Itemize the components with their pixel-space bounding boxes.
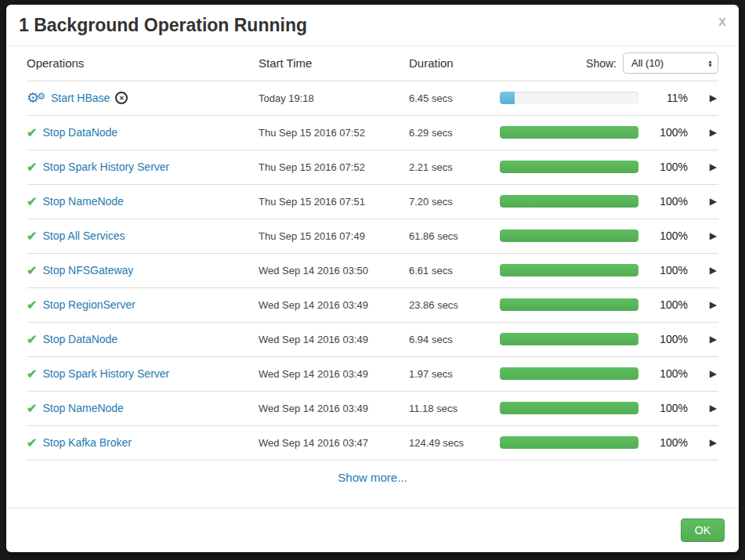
duration: 1.97 secs	[409, 368, 500, 380]
progress-cell	[500, 333, 647, 345]
expand-caret-icon[interactable]: ▶	[708, 365, 718, 382]
column-header-duration: Duration	[409, 56, 500, 70]
start-time: Thu Sep 15 2016 07:51	[259, 196, 409, 208]
expand-caret-icon[interactable]: ▶	[708, 227, 718, 244]
operation-link[interactable]: Stop All Services	[42, 229, 125, 242]
ok-button[interactable]: OK	[681, 518, 725, 542]
operation-link[interactable]: Stop RegionServer	[42, 298, 135, 311]
progress-percent: 11%	[647, 92, 691, 104]
operation-link[interactable]: Stop Kafka Broker	[42, 436, 132, 449]
expand-caret-icon[interactable]: ▶	[708, 262, 718, 279]
expand-caret-icon[interactable]: ▶	[708, 399, 718, 417]
table-row: Start HBase Today 19:18 6.45 secs 11% ▶	[27, 81, 718, 115]
progress-percent: 100%	[647, 195, 691, 208]
expand-caret-icon[interactable]: ▶	[708, 124, 718, 141]
caret-cell: ▶	[691, 434, 718, 451]
operation-link[interactable]: Stop DataNode	[42, 126, 118, 139]
progress-percent: 100%	[647, 333, 691, 345]
operations-list: Start HBase Today 19:18 6.45 secs 11% ▶ …	[27, 81, 718, 460]
caret-cell: ▶	[691, 331, 718, 348]
table-row: Stop DataNode Thu Sep 15 2016 07:52 6.29…	[27, 115, 718, 150]
operation-cell: Stop NameNode	[27, 194, 259, 209]
check-icon	[27, 298, 37, 313]
table-row: Stop NFSGateway Wed Sep 14 2016 03:50 6.…	[27, 253, 718, 287]
expand-caret-icon[interactable]: ▶	[708, 434, 718, 451]
show-more-link[interactable]: Show more...	[338, 471, 407, 484]
progress-cell	[500, 298, 647, 311]
caret-cell: ▶	[691, 296, 718, 313]
progress-cell	[500, 229, 647, 242]
duration: 6.94 secs	[409, 334, 500, 345]
progress-bar	[500, 161, 638, 173]
start-time: Thu Sep 15 2016 07:52	[259, 161, 409, 173]
progress-bar	[500, 264, 638, 276]
progress-bar	[500, 126, 638, 139]
check-icon	[27, 263, 37, 278]
progress-bar	[500, 298, 638, 311]
duration: 11.18 secs	[409, 403, 500, 414]
show-more-row: Show more...	[27, 460, 718, 496]
progress-percent: 100%	[647, 367, 691, 380]
operation-cell: Stop DataNode	[27, 332, 259, 347]
duration: 6.45 secs	[409, 92, 500, 104]
duration: 2.21 secs	[409, 161, 500, 173]
progress-percent: 100%	[647, 126, 691, 139]
start-time: Wed Sep 14 2016 03:49	[259, 403, 409, 414]
close-icon[interactable]: x	[718, 14, 726, 28]
progress-cell	[500, 264, 647, 276]
expand-caret-icon[interactable]: ▶	[708, 296, 718, 313]
start-time: Thu Sep 15 2016 07:49	[259, 230, 409, 242]
caret-cell: ▶	[691, 227, 718, 244]
table-row: Stop Kafka Broker Wed Sep 14 2016 03:47 …	[27, 425, 718, 460]
show-filter-selected-value: All (10)	[631, 57, 664, 69]
table-row: Stop Spark History Server Wed Sep 14 201…	[27, 356, 718, 391]
operation-link[interactable]: Stop Spark History Server	[42, 367, 169, 380]
operation-link[interactable]: Stop DataNode	[42, 333, 118, 345]
operation-link[interactable]: Stop NameNode	[42, 402, 124, 414]
show-filter-area: Show: All (10) ▲▼	[500, 52, 718, 74]
modal-footer: OK	[6, 508, 739, 552]
table-row: Stop Spark History Server Thu Sep 15 201…	[27, 150, 718, 184]
progress-bar	[500, 367, 638, 380]
operations-table: Operations Start Time Duration Show: All…	[6, 46, 739, 496]
progress-cell	[500, 436, 647, 449]
expand-caret-icon[interactable]: ▶	[708, 193, 718, 210]
progress-bar	[500, 92, 638, 104]
modal-header: 1 Background Operation Running x	[6, 5, 739, 46]
start-time: Wed Sep 14 2016 03:49	[259, 368, 409, 380]
caret-cell: ▶	[691, 365, 718, 382]
operation-link[interactable]: Start HBase	[51, 92, 110, 104]
progress-bar	[500, 195, 638, 208]
progress-bar	[500, 402, 638, 414]
operation-cell: Stop RegionServer	[27, 298, 259, 313]
operation-link[interactable]: Stop NFSGateway	[42, 264, 133, 276]
start-time: Wed Sep 14 2016 03:49	[259, 334, 409, 345]
abort-operation-icon[interactable]	[115, 92, 128, 104]
show-filter-select[interactable]: All (10) ▲▼	[623, 52, 718, 74]
operation-link[interactable]: Stop NameNode	[42, 195, 124, 208]
check-icon	[27, 401, 37, 416]
progress-cell	[500, 402, 647, 414]
progress-cell	[500, 195, 647, 208]
background-operations-modal: 1 Background Operation Running x Operati…	[6, 5, 739, 552]
check-icon	[27, 435, 37, 450]
column-header-start-time: Start Time	[259, 56, 409, 70]
progress-percent: 100%	[647, 229, 691, 242]
operation-link[interactable]: Stop Spark History Server	[42, 161, 169, 173]
progress-bar	[500, 229, 638, 242]
progress-bar	[500, 333, 638, 345]
operation-cell: Stop NFSGateway	[27, 263, 259, 278]
operation-cell: Stop Spark History Server	[27, 160, 259, 175]
operation-cell: Stop NameNode	[27, 401, 259, 416]
progress-percent: 100%	[647, 402, 691, 414]
column-header-operations: Operations	[27, 56, 259, 70]
expand-caret-icon[interactable]: ▶	[708, 331, 718, 348]
select-arrows-icon: ▲▼	[707, 60, 713, 67]
progress-cell	[500, 161, 647, 173]
expand-caret-icon[interactable]: ▶	[708, 89, 718, 107]
caret-cell: ▶	[691, 193, 718, 210]
check-icon	[27, 194, 37, 209]
operation-cell: Stop All Services	[27, 229, 259, 244]
duration: 7.20 secs	[409, 196, 500, 208]
expand-caret-icon[interactable]: ▶	[708, 158, 718, 175]
